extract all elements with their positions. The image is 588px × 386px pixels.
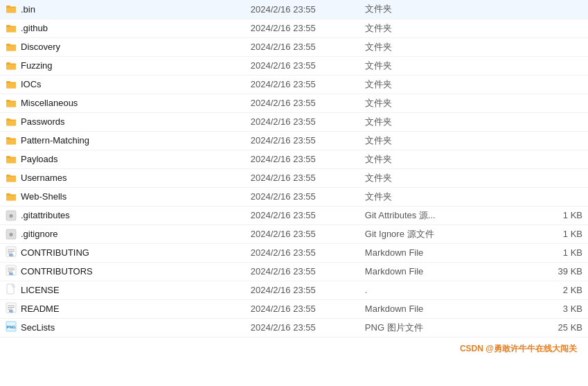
table-row[interactable]: Discovery 2024/2/16 23:55文件夹 bbox=[0, 37, 588, 56]
file-size: 39 KB bbox=[523, 262, 588, 281]
file-size bbox=[523, 150, 588, 168]
svg-text:PNG: PNG bbox=[6, 325, 15, 329]
file-name-cell: Passwords bbox=[0, 112, 245, 131]
file-date: 2024/2/16 23:55 bbox=[245, 262, 359, 281]
file-name: IOCs bbox=[21, 79, 42, 89]
table-row[interactable]: IOCs 2024/2/16 23:55文件夹 bbox=[0, 75, 588, 94]
table-row[interactable]: .github 2024/2/16 23:55文件夹 bbox=[0, 19, 588, 37]
folder-icon bbox=[6, 135, 17, 146]
table-row[interactable]: PNG SecLists 2024/2/16 23:55PNG 图片文件25 K… bbox=[0, 318, 588, 337]
file-name: LICENSE bbox=[21, 285, 60, 295]
folder-icon bbox=[6, 173, 17, 184]
table-row[interactable]: ⚙ .gitattributes 2024/2/16 23:55Git Attr… bbox=[0, 206, 588, 225]
file-type: Markdown File bbox=[359, 299, 523, 318]
file-name: README bbox=[21, 304, 60, 314]
file-name-cell: Fuzzing bbox=[0, 56, 245, 75]
file-type: 文件夹 bbox=[359, 150, 523, 168]
file-type: 文件夹 bbox=[359, 94, 523, 112]
file-size bbox=[523, 37, 588, 56]
file-name: .gitattributes bbox=[21, 210, 70, 220]
file-size bbox=[523, 131, 588, 150]
file-type: 文件夹 bbox=[359, 56, 523, 75]
table-row[interactable]: MD README 2024/2/16 23:55Markdown File3 … bbox=[0, 299, 588, 318]
file-size: 1 KB bbox=[523, 243, 588, 262]
table-row[interactable]: LICENSE 2024/2/16 23:55.2 KB bbox=[0, 281, 588, 299]
folder-icon bbox=[6, 154, 17, 165]
file-name: Pattern-Matching bbox=[21, 135, 89, 146]
file-name-cell: ⚙ .gitattributes bbox=[0, 206, 245, 225]
file-name-cell: IOCs bbox=[0, 75, 245, 94]
file-name: Miscellaneous bbox=[21, 98, 78, 108]
file-size bbox=[523, 75, 588, 94]
folder-icon bbox=[6, 98, 17, 109]
folder-icon bbox=[6, 191, 17, 202]
file-size: 25 KB bbox=[523, 318, 588, 337]
file-type: 文件夹 bbox=[359, 187, 523, 206]
file-name: SecLists bbox=[21, 322, 55, 333]
folder-icon bbox=[6, 79, 17, 90]
file-name: Usernames bbox=[21, 173, 66, 183]
file-type: 文件夹 bbox=[359, 112, 523, 131]
file-type: 文件夹 bbox=[359, 19, 523, 37]
file-name: Web-Shells bbox=[21, 191, 66, 202]
folder-icon bbox=[6, 23, 17, 34]
table-row[interactable]: Payloads 2024/2/16 23:55文件夹 bbox=[0, 150, 588, 168]
file-name-cell: Pattern-Matching bbox=[0, 131, 245, 150]
file-name: .github bbox=[21, 23, 48, 33]
file-name-cell: MD README bbox=[0, 299, 245, 318]
file-size bbox=[523, 168, 588, 187]
table-row[interactable]: .bin 2024/2/16 23:55文件夹 bbox=[0, 0, 588, 19]
file-date: 2024/2/16 23:55 bbox=[245, 37, 359, 56]
table-row[interactable]: ⚙ .gitignore 2024/2/16 23:55Git Ignore 源… bbox=[0, 225, 588, 243]
table-row[interactable]: Passwords 2024/2/16 23:55文件夹 bbox=[0, 112, 588, 131]
table-row[interactable]: MD CONTRIBUTING 2024/2/16 23:55Markdown … bbox=[0, 243, 588, 262]
md-icon: MD bbox=[6, 246, 17, 259]
file-size bbox=[523, 94, 588, 112]
file-type: 文件夹 bbox=[359, 131, 523, 150]
file-name-cell: .bin bbox=[0, 0, 245, 19]
file-type: . bbox=[359, 281, 523, 299]
file-date: 2024/2/16 23:55 bbox=[245, 112, 359, 131]
file-date: 2024/2/16 23:55 bbox=[245, 0, 359, 19]
file-type: PNG 图片文件 bbox=[359, 318, 523, 337]
table-row[interactable]: Usernames 2024/2/16 23:55文件夹 bbox=[0, 168, 588, 187]
file-type: 文件夹 bbox=[359, 168, 523, 187]
file-name-cell: LICENSE bbox=[0, 281, 245, 299]
file-size bbox=[523, 19, 588, 37]
svg-text:MD: MD bbox=[9, 253, 13, 257]
table-row[interactable]: Web-Shells 2024/2/16 23:55文件夹 bbox=[0, 187, 588, 206]
table-row[interactable]: Miscellaneous 2024/2/16 23:55文件夹 bbox=[0, 94, 588, 112]
file-date: 2024/2/16 23:55 bbox=[245, 187, 359, 206]
file-type: Markdown File bbox=[359, 262, 523, 281]
file-size: 3 KB bbox=[523, 299, 588, 318]
file-date: 2024/2/16 23:55 bbox=[245, 225, 359, 243]
file-name-cell: MD CONTRIBUTING bbox=[0, 243, 245, 262]
file-name-cell: Miscellaneous bbox=[0, 94, 245, 112]
table-row[interactable]: MD CONTRIBUTORS 2024/2/16 23:55Markdown … bbox=[0, 262, 588, 281]
file-name-cell: MD CONTRIBUTORS bbox=[0, 262, 245, 281]
file-name: .gitignore bbox=[21, 229, 57, 239]
png-icon: PNG bbox=[6, 321, 17, 334]
md-icon: MD bbox=[6, 302, 17, 315]
file-name-cell: .github bbox=[0, 19, 245, 37]
file-size: 1 KB bbox=[523, 225, 588, 243]
file-date: 2024/2/16 23:55 bbox=[245, 299, 359, 318]
svg-text:MD: MD bbox=[9, 272, 13, 276]
table-row[interactable]: Pattern-Matching 2024/2/16 23:55文件夹 bbox=[0, 131, 588, 150]
file-name: CONTRIBUTORS bbox=[21, 266, 93, 277]
file-name: Discovery bbox=[21, 42, 60, 52]
file-size bbox=[523, 112, 588, 131]
file-name-cell: Payloads bbox=[0, 150, 245, 168]
file-name-cell: PNG SecLists bbox=[0, 318, 245, 337]
file-type: 文件夹 bbox=[359, 0, 523, 19]
file-name-cell: Web-Shells bbox=[0, 187, 245, 206]
watermark: CSDN @勇敢许牛牛在线大闯关 bbox=[0, 337, 588, 358]
file-type: Markdown File bbox=[359, 243, 523, 262]
file-type: 文件夹 bbox=[359, 75, 523, 94]
svg-text:⚙: ⚙ bbox=[10, 231, 13, 238]
file-name: Passwords bbox=[21, 116, 65, 127]
git-icon: ⚙ bbox=[6, 229, 17, 240]
folder-icon bbox=[6, 42, 17, 53]
file-date: 2024/2/16 23:55 bbox=[245, 150, 359, 168]
table-row[interactable]: Fuzzing 2024/2/16 23:55文件夹 bbox=[0, 56, 588, 75]
